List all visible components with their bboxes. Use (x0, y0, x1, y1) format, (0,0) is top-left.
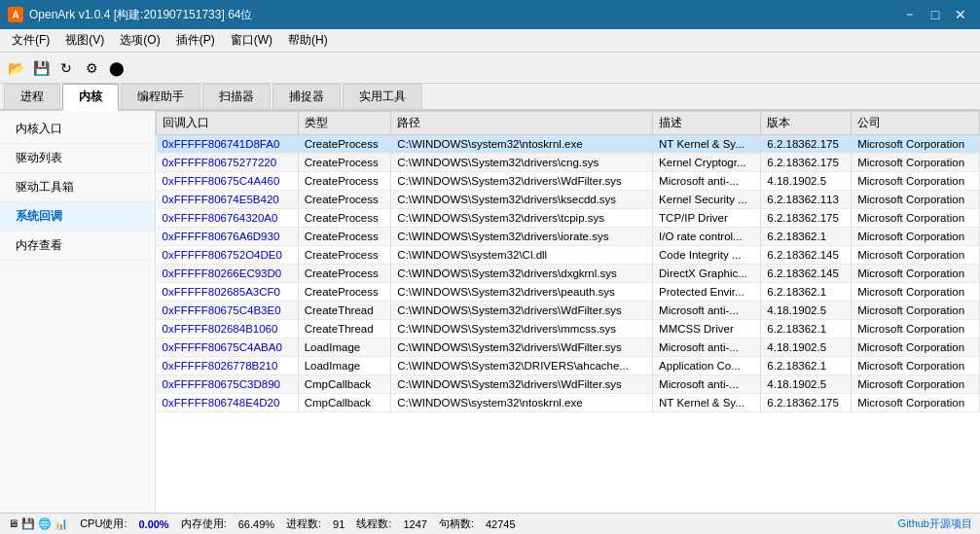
tab-catcher[interactable]: 捕捉器 (272, 84, 341, 109)
menu-plugin[interactable]: 插件(P) (168, 30, 223, 51)
cell-company: Microsoft Corporation (852, 135, 980, 154)
cell-company: Microsoft Corporation (852, 375, 980, 394)
cell-path: C:\WINDOWS\System32\drivers\mmcss.sys (391, 320, 653, 338)
cell-address: 0xFFFFF806741D8FA0 (157, 135, 299, 154)
cell-company: Microsoft Corporation (852, 283, 980, 302)
thread-value: 1247 (403, 518, 426, 530)
cell-company: Microsoft Corporation (852, 228, 980, 246)
cell-desc: TCP/IP Driver (653, 209, 761, 228)
tab-coding-helper[interactable]: 编程助手 (121, 84, 200, 109)
cell-path: C:\WINDOWS\System32\drivers\iorate.sys (391, 228, 653, 246)
cell-path: C:\WINDOWS\System32\drivers\WdFilter.sys (391, 338, 653, 357)
github-link[interactable]: Github开源项目 (898, 516, 972, 531)
table-row[interactable]: 0xFFFFF806764320A0CreateProcessC:\WINDOW… (157, 209, 980, 228)
table-row[interactable]: 0xFFFFF806748E4D20CmpCallbackC:\WINDOWS\… (157, 394, 980, 412)
menu-options[interactable]: 选项(O) (112, 30, 167, 51)
table-row[interactable]: 0xFFFFF80675C3D890CmpCallbackC:\WINDOWS\… (157, 375, 980, 394)
table-container[interactable]: 回调入口 类型 路径 描述 版本 公司 0xFFFFF806741D8FA0Cr… (156, 111, 980, 513)
sidebar-item-driver-list[interactable]: 驱动列表 (0, 144, 155, 173)
cell-type: CreateProcess (298, 228, 391, 246)
cell-type: CreateProcess (298, 209, 391, 228)
tab-kernel[interactable]: 内核 (62, 84, 119, 111)
statusbar-left: 🖥 💾 🌐 📊 CPU使用:0.00% 内存使用:66.49% 进程数:91 线… (8, 516, 516, 531)
sidebar-item-kernel-entry[interactable]: 内核入口 (0, 115, 155, 144)
cell-version: 6.2.18362.145 (761, 246, 852, 265)
table-body: 0xFFFFF806741D8FA0CreateProcessC:\WINDOW… (157, 135, 980, 412)
cell-path: C:\WINDOWS\System32\drivers\WdFilter.sys (391, 172, 653, 191)
cell-desc: MMCSS Driver (653, 320, 761, 338)
toolbar-record[interactable]: ⬤ (105, 56, 128, 80)
table-row[interactable]: 0xFFFFF806741D8FA0CreateProcessC:\WINDOW… (157, 135, 980, 154)
table-row[interactable]: 0xFFFFF802684B1060CreateThreadC:\WINDOWS… (157, 320, 980, 338)
cell-address: 0xFFFFF806752O4DE0 (157, 246, 299, 265)
col-desc: 描述 (653, 112, 761, 135)
cell-path: C:\WINDOWS\System32\drivers\cng.sys (391, 154, 653, 172)
cell-path: C:\WINDOWS\System32\drivers\peauth.sys (391, 283, 653, 302)
cell-path: C:\WINDOWS\system32\Cl.dll (391, 246, 653, 265)
cell-type: CreateProcess (298, 246, 391, 265)
cell-version: 6.2.18362.1 (761, 228, 852, 246)
table-row[interactable]: 0xFFFFF80675C4ABA0LoadImageC:\WINDOWS\Sy… (157, 338, 980, 357)
table-row[interactable]: 0xFFFFF802685A3CF0CreateProcessC:\WINDOW… (157, 283, 980, 302)
cell-type: CmpCallback (298, 394, 391, 412)
table-row[interactable]: 0xFFFFF8026778B210LoadImageC:\WINDOWS\Sy… (157, 357, 980, 375)
table-row[interactable]: 0xFFFFF806752O4DE0CreateProcessC:\WINDOW… (157, 246, 980, 265)
thread-label: 线程数: (356, 516, 391, 531)
sidebar: 内核入口 驱动列表 驱动工具箱 系统回调 内存查看 (0, 111, 156, 513)
cell-address: 0xFFFFF80675C4B3E0 (157, 302, 299, 320)
menu-window[interactable]: 窗口(W) (223, 30, 280, 51)
tab-process[interactable]: 进程 (4, 84, 60, 109)
toolbar-settings[interactable]: ⚙ (80, 56, 103, 80)
cell-desc: Protected Envir... (653, 283, 761, 302)
table-header: 回调入口 类型 路径 描述 版本 公司 (157, 112, 980, 135)
cell-path: C:\WINDOWS\System32\drivers\dxgkrnl.sys (391, 265, 653, 283)
toolbar-refresh[interactable]: ↻ (54, 56, 78, 80)
tab-tools[interactable]: 实用工具 (343, 84, 422, 109)
tab-scanner[interactable]: 扫描器 (202, 84, 271, 109)
cell-version: 4.18.1902.5 (761, 172, 852, 191)
toolbar-open[interactable]: 📂 (4, 56, 27, 80)
menu-file[interactable]: 文件(F) (4, 30, 57, 51)
cell-company: Microsoft Corporation (852, 154, 980, 172)
handle-value: 42745 (486, 518, 516, 530)
cell-company: Microsoft Corporation (852, 357, 980, 375)
titlebar-controls: － □ ✕ (898, 5, 972, 24)
sidebar-item-memory[interactable]: 内存查看 (0, 231, 155, 261)
cell-address: 0xFFFFF802685A3CF0 (157, 283, 299, 302)
cell-type: CreateProcess (298, 283, 391, 302)
table-row[interactable]: 0xFFFFF80675C4B3E0CreateThreadC:\WINDOWS… (157, 302, 980, 320)
cell-desc: Application Co... (653, 357, 761, 375)
maximize-button[interactable]: □ (924, 5, 947, 24)
cell-desc: Microsoft anti-... (653, 338, 761, 357)
close-button[interactable]: ✕ (949, 5, 972, 24)
app-icon: A (8, 7, 23, 22)
cell-version: 4.18.1902.5 (761, 338, 852, 357)
toolbar-save[interactable]: 💾 (29, 56, 53, 80)
cell-version: 6.2.18362.1 (761, 320, 852, 338)
mem-label: 内存使用: (181, 516, 227, 531)
sidebar-item-syscall[interactable]: 系统回调 (0, 202, 155, 231)
cell-version: 6.2.18362.1 (761, 283, 852, 302)
cell-path: C:\WINDOWS\System32\drivers\WdFilter.sys (391, 302, 653, 320)
cell-desc: Code Integrity ... (653, 246, 761, 265)
cell-address: 0xFFFFF80675C3D890 (157, 375, 299, 394)
cell-company: Microsoft Corporation (852, 265, 980, 283)
table-row[interactable]: 0xFFFFF80675277220CreateProcessC:\WINDOW… (157, 154, 980, 172)
cell-desc: Microsoft anti-... (653, 375, 761, 394)
cell-company: Microsoft Corporation (852, 172, 980, 191)
sidebar-item-driver-tools[interactable]: 驱动工具箱 (0, 173, 155, 202)
minimize-button[interactable]: － (898, 5, 922, 24)
menu-view[interactable]: 视图(V) (57, 30, 112, 51)
table-row[interactable]: 0xFFFFF80676A6D930CreateProcessC:\WINDOW… (157, 228, 980, 246)
table-row[interactable]: 0xFFFFF80266EC93D0CreateProcessC:\WINDOW… (157, 265, 980, 283)
menu-help[interactable]: 帮助(H) (280, 30, 336, 51)
table-row[interactable]: 0xFFFFF80675C4A460CreateProcessC:\WINDOW… (157, 172, 980, 191)
cell-company: Microsoft Corporation (852, 209, 980, 228)
table-row[interactable]: 0xFFFFF80674E5B420CreateProcessC:\WINDOW… (157, 191, 980, 209)
titlebar: A OpenArk v1.0.4 [构建:201907151733] 64位 －… (0, 0, 980, 29)
cell-address: 0xFFFFF80675C4ABA0 (157, 338, 299, 357)
cell-type: CmpCallback (298, 375, 391, 394)
statusbar: 🖥 💾 🌐 📊 CPU使用:0.00% 内存使用:66.49% 进程数:91 线… (0, 513, 980, 534)
cell-company: Microsoft Corporation (852, 394, 980, 412)
cell-company: Microsoft Corporation (852, 246, 980, 265)
